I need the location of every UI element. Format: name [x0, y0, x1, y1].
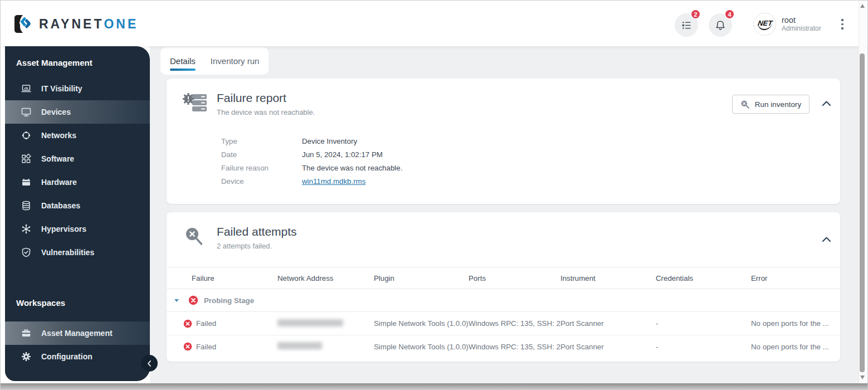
scrollbar-up-arrow[interactable]: [860, 4, 865, 8]
sidebar-item-databases[interactable]: Databases: [5, 194, 150, 217]
brand-name: RAYNETONE: [39, 17, 138, 32]
run-inventory-label: Run inventory: [755, 100, 801, 109]
sidebar-item-hardware[interactable]: Hardware: [5, 170, 150, 194]
table-row[interactable]: FailedSimple Network Tools (1.0.0)Window…: [167, 312, 840, 335]
window-bottom-edge: [1, 383, 868, 390]
column-header-network-address[interactable]: Network Address: [277, 274, 374, 282]
field-row-date: DateJun 5, 2024, 1:02:17 PM: [221, 148, 402, 161]
shield-check-icon: [21, 247, 32, 258]
sidebar-item-asset-management[interactable]: Asset Management: [5, 321, 150, 345]
collapse-failure-report-button[interactable]: [820, 98, 833, 109]
sidebar-item-label: Databases: [41, 201, 80, 210]
error-cell: No open ports for the ...: [751, 343, 840, 351]
column-header-ports[interactable]: Ports: [469, 274, 560, 282]
monitor-icon: [21, 106, 32, 118]
brand-logo[interactable]: RAYNETONE: [13, 14, 138, 34]
credentials-cell: -: [656, 343, 751, 351]
sidebar-item-networks[interactable]: Networks: [5, 124, 150, 147]
user-name: root: [782, 16, 821, 25]
sidebar-item-configuration[interactable]: Configuration: [5, 345, 150, 368]
sidebar-item-it-visibility[interactable]: IT Visibility: [5, 77, 150, 100]
header-menu-button[interactable]: [838, 18, 847, 31]
column-header-failure[interactable]: Failure: [167, 274, 277, 282]
collapse-failed-attempts-button[interactable]: [820, 233, 833, 245]
section-title-workspaces: Workspaces: [5, 298, 150, 308]
detail-tabs: DetailsInventory run: [160, 47, 269, 75]
avatar-text: NET: [757, 19, 773, 30]
field-label: Date: [221, 150, 302, 159]
credentials-cell: -: [656, 319, 751, 328]
user-info[interactable]: root Administrator: [782, 16, 821, 32]
notifications-button[interactable]: 4: [709, 13, 732, 37]
app-window: RAYNETONE 2 4 NET: [0, 0, 868, 390]
column-header-instrument[interactable]: Instrument: [560, 274, 656, 282]
caret-down-icon[interactable]: [174, 299, 179, 302]
sidebar-item-label: Software: [41, 154, 74, 163]
error-cell: No open ports for the ...: [751, 319, 840, 328]
chevron-up-icon: [822, 100, 831, 106]
run-inventory-button[interactable]: Run inventory: [732, 95, 810, 114]
sidebar-collapse-button[interactable]: [141, 355, 158, 372]
hardware-box-icon: [21, 177, 32, 188]
instrument-cell: Port Scanner: [560, 343, 656, 351]
probing-stage-group-row[interactable]: Probing Stage: [167, 289, 840, 312]
failed-attempts-card: Failed attempts 2 attempts failed. Failu…: [167, 212, 840, 362]
sidebar-item-label: Hardware: [41, 178, 77, 187]
sidebar-item-label: Networks: [41, 131, 76, 140]
tab-details[interactable]: Details: [170, 47, 196, 75]
redacted-network-address: [277, 342, 322, 349]
plugin-cell: Simple Network Tools (1.0.0): [374, 343, 469, 351]
field-row-failure-reason: Failure reasonThe device was not reachab…: [221, 161, 402, 174]
field-label: Failure reason: [221, 164, 302, 172]
failure-status: Failed: [196, 343, 216, 351]
gear-icon: [21, 351, 32, 362]
failed-circle-icon: [183, 319, 192, 328]
scrollbar-down-arrow[interactable]: [860, 376, 865, 379]
chevron-left-icon: [147, 360, 152, 367]
task-count-badge: 2: [690, 9, 701, 20]
database-icon: [21, 200, 32, 211]
hypervisor-icon: [21, 223, 32, 235]
sidebar-item-software[interactable]: Software: [5, 147, 150, 170]
laptop-chart-icon: [21, 83, 32, 94]
failure-cell: Failed: [167, 319, 277, 328]
scrollbar-thumb[interactable]: [860, 53, 865, 372]
server-warning-icon: [183, 93, 209, 118]
briefcase-icon: [21, 328, 32, 339]
sidebar-item-hypervisors[interactable]: Hypervisors: [5, 217, 150, 241]
failure-status: Failed: [196, 319, 216, 328]
sidebar-item-devices[interactable]: Devices: [5, 100, 150, 124]
tab-inventory-run[interactable]: Inventory run: [211, 47, 260, 75]
group-label: Probing Stage: [204, 296, 254, 305]
sidebar-item-label: Asset Management: [41, 329, 113, 338]
field-label: Type: [221, 137, 302, 145]
user-avatar[interactable]: NET: [753, 13, 776, 36]
field-row-type: TypeDevice Inventory: [221, 134, 402, 148]
column-header-error[interactable]: Error: [751, 274, 840, 282]
notification-count-badge: 4: [724, 9, 735, 20]
sidebar-item-vulnerabilities[interactable]: Vulnerabilities: [5, 241, 150, 264]
task-list-icon: [681, 20, 692, 31]
sidebar-item-label: IT Visibility: [41, 84, 82, 93]
failure-report-card: Failure report The device was not reacha…: [167, 79, 840, 204]
table-row[interactable]: FailedSimple Network Tools (1.0.0)Window…: [167, 335, 840, 358]
task-list-button[interactable]: 2: [675, 13, 698, 37]
network-icon: [21, 130, 32, 141]
network-address-cell: [277, 319, 374, 328]
field-value: Jun 5, 2024, 1:02:17 PM: [302, 150, 383, 159]
failure-cell: Failed: [167, 342, 277, 351]
field-value: Device Inventory: [302, 137, 357, 145]
column-header-plugin[interactable]: Plugin: [374, 274, 469, 282]
failed-circle-icon: [188, 295, 198, 305]
ports-cell: Windows RPC: 135, SSH: 22: [469, 343, 560, 351]
failed-attempts-table: FailureNetwork AddressPluginPortsInstrum…: [167, 267, 840, 358]
device-link[interactable]: win11md.mdkb.rms: [302, 177, 365, 186]
search-failed-icon: [184, 227, 208, 254]
instrument-cell: Port Scanner: [560, 319, 656, 328]
section-title-asset-management: Asset Management: [5, 58, 150, 67]
field-row-device: Devicewin11md.mdkb.rms: [221, 174, 402, 188]
column-header-credentials[interactable]: Credentials: [656, 274, 751, 282]
chevron-up-icon: [822, 236, 831, 242]
table-header-row: FailureNetwork AddressPluginPortsInstrum…: [167, 267, 840, 289]
failure-report-title: Failure report: [217, 91, 286, 105]
